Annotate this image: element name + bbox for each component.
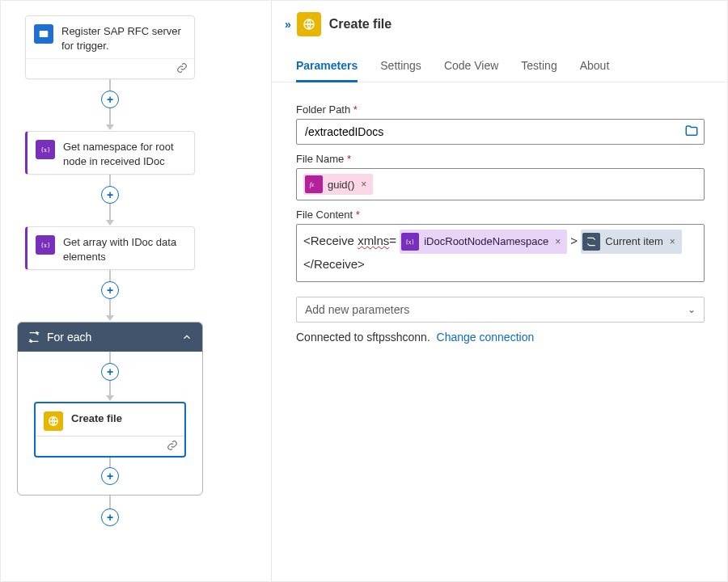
token-guid[interactable]: fx guid() × (303, 174, 373, 195)
file-globe-icon (297, 12, 321, 36)
step-get-array[interactable]: {x} Get array with IDoc data elements (25, 226, 195, 270)
file-content-label: File Content * (296, 209, 705, 221)
step-title: Create file (71, 411, 122, 426)
token-namespace[interactable]: {x} iDocRootNodeNamespace × (400, 230, 567, 254)
svg-text:fx: fx (310, 181, 315, 188)
remove-token-icon[interactable]: × (668, 231, 677, 252)
svg-marker-5 (106, 315, 114, 321)
token-current-item[interactable]: Current item × (581, 230, 682, 254)
file-globe-icon (44, 411, 63, 431)
svg-text:{x}: {x} (405, 238, 414, 246)
details-panel: » Create file Parameters Settings Code V… (272, 1, 727, 581)
foreach-title: For each (47, 331, 175, 344)
variable-icon: {x} (401, 233, 419, 251)
step-get-namespace[interactable]: {x} Get namespace for root node in recei… (25, 131, 195, 175)
step-register-sap-rfc[interactable]: Register SAP RFC server for trigger. (25, 15, 195, 79)
file-content-input[interactable]: <Receive xmlns= {x} iDocRootNodeNamespac… (296, 224, 705, 282)
tab-testing[interactable]: Testing (521, 59, 557, 82)
designer-canvas: Register SAP RFC server for trigger. + {… (1, 1, 272, 581)
step-create-file-selected[interactable]: Create file (34, 402, 186, 458)
panel-tabs: Parameters Settings Code View Testing Ab… (272, 43, 727, 82)
svg-marker-1 (106, 124, 114, 130)
link-icon (176, 62, 188, 74)
remove-token-icon[interactable]: × (359, 179, 368, 190)
folder-picker-icon[interactable] (684, 124, 699, 138)
add-parameters-dropdown[interactable]: Add new parameters ⌄ (296, 297, 705, 323)
step-title: Get array with IDoc data elements (63, 235, 186, 264)
arrow-down-icon (106, 395, 114, 402)
svg-text:{x}: {x} (40, 146, 50, 154)
panel-title: Create file (329, 17, 392, 32)
tab-parameters[interactable]: Parameters (296, 59, 358, 82)
xml-text: > (570, 234, 581, 247)
step-title: Get namespace for root node in received … (63, 140, 186, 169)
collapse-panel-button[interactable]: » (285, 18, 289, 31)
variable-icon: {x} (36, 140, 55, 159)
tab-codeview[interactable]: Code View (444, 59, 498, 82)
chevron-down-icon: ⌄ (688, 304, 696, 315)
svg-marker-3 (106, 220, 114, 226)
arrow-down-icon (106, 124, 114, 131)
folder-path-label: Folder Path * (296, 103, 705, 116)
change-connection-link[interactable]: Change connection (437, 331, 535, 344)
xml-text: </Receive> (303, 257, 365, 271)
folder-path-input[interactable] (296, 119, 705, 145)
sap-icon (34, 24, 53, 44)
svg-text:{x}: {x} (40, 242, 50, 249)
file-name-label: File Name * (296, 153, 705, 165)
add-step-button[interactable]: + (101, 508, 119, 526)
add-step-button[interactable]: + (101, 363, 119, 381)
add-step-button[interactable]: + (101, 281, 119, 299)
svg-rect-0 (40, 31, 49, 37)
add-step-button[interactable]: + (101, 186, 119, 204)
variable-icon: {x} (36, 235, 55, 255)
link-icon (167, 440, 178, 451)
connection-info: Connected to sftpsshconn. Change connect… (296, 331, 705, 344)
loop-icon (582, 233, 600, 251)
tab-about[interactable]: About (580, 59, 610, 82)
folder-path-value[interactable] (303, 124, 697, 139)
tab-settings[interactable]: Settings (380, 59, 421, 82)
fx-icon: fx (305, 175, 323, 193)
svg-marker-6 (106, 395, 114, 401)
arrow-down-icon (106, 315, 114, 322)
step-title: Register SAP RFC server for trigger. (61, 24, 186, 53)
add-step-button[interactable]: + (101, 467, 119, 485)
loop-icon (28, 331, 40, 344)
xml-text: = (389, 234, 396, 247)
remove-token-icon[interactable]: × (553, 231, 562, 252)
xml-text: <Receive (303, 234, 358, 247)
xml-text: xmlns (358, 234, 389, 247)
arrow-down-icon (106, 220, 114, 226)
add-step-button[interactable]: + (101, 91, 119, 108)
file-name-input[interactable]: fx guid() × (296, 168, 705, 200)
step-foreach[interactable]: For each + Create file (17, 322, 203, 496)
collapse-icon[interactable] (181, 331, 193, 343)
